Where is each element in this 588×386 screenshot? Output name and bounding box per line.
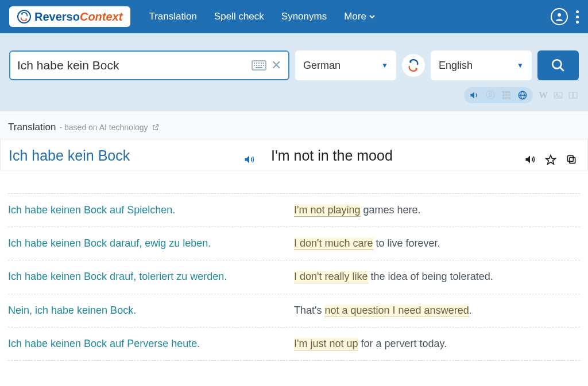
nav-translation[interactable]: Translation bbox=[149, 11, 196, 22]
globe-icon[interactable] bbox=[517, 89, 528, 101]
nav-more[interactable]: More bbox=[344, 11, 376, 22]
svg-rect-23 bbox=[505, 94, 508, 96]
svg-rect-27 bbox=[508, 97, 510, 99]
svg-rect-22 bbox=[502, 94, 505, 96]
image-icon[interactable] bbox=[552, 89, 564, 101]
svg-rect-26 bbox=[505, 97, 508, 99]
svg-rect-11 bbox=[258, 65, 260, 66]
examples-list: Ich habe keinen Bock auf Spielchen. I'm … bbox=[0, 170, 588, 361]
toolbar-pill: ⓢ bbox=[464, 87, 533, 103]
speaker-icon[interactable] bbox=[469, 89, 480, 101]
svg-marker-33 bbox=[546, 155, 556, 165]
translation-actions bbox=[524, 154, 577, 165]
example-source: Ich habe keinen Bock auf Spielchen. bbox=[8, 203, 294, 217]
book-icon[interactable] bbox=[567, 89, 579, 101]
nav-right bbox=[551, 8, 579, 25]
virtual-keyboard-icon[interactable] bbox=[252, 60, 266, 71]
svg-rect-5 bbox=[256, 63, 257, 64]
example-source: Nein, ich habe keinen Bock. bbox=[8, 303, 294, 318]
swap-languages-button[interactable] bbox=[402, 54, 425, 77]
example-row: Ich habe keinen Bock auf Spielchen. I'm … bbox=[8, 193, 580, 227]
svg-rect-20 bbox=[505, 91, 508, 93]
target-language-select[interactable]: English ▼ bbox=[431, 50, 532, 80]
svg-rect-12 bbox=[261, 65, 262, 66]
target-language-label: English bbox=[439, 60, 473, 72]
translation-source-text: Ich habe kein Bock bbox=[9, 147, 260, 164]
translation-card: Ich habe kein Bock I'm not in the mood bbox=[0, 139, 588, 170]
translation-source-col: Ich habe kein Bock bbox=[9, 147, 265, 164]
more-menu-icon[interactable] bbox=[576, 10, 579, 24]
svg-rect-34 bbox=[570, 158, 575, 163]
logo[interactable]: ReversoContext bbox=[9, 6, 130, 27]
source-language-label: German bbox=[303, 60, 341, 72]
example-row: Ich habe keinen Bock darauf, ewig zu leb… bbox=[8, 227, 580, 260]
search-panel: ✕ German ▼ English ▼ ⓢ W bbox=[0, 33, 588, 111]
logo-text: ReversoContext bbox=[34, 10, 122, 24]
svg-rect-7 bbox=[261, 63, 262, 64]
svg-rect-35 bbox=[567, 155, 573, 161]
chevron-down-icon: ▼ bbox=[381, 61, 388, 69]
translation-target-col: I'm not in the mood bbox=[265, 147, 579, 164]
svg-rect-21 bbox=[508, 91, 510, 93]
svg-rect-13 bbox=[263, 65, 264, 66]
svg-line-18 bbox=[560, 67, 564, 71]
example-row: Ich habe keinen Bock drauf, toleriert zu… bbox=[8, 260, 580, 293]
example-source: Ich habe keinen Bock drauf, toleriert zu… bbox=[8, 270, 294, 284]
clear-input-icon[interactable]: ✕ bbox=[271, 58, 281, 73]
speak-source-icon[interactable] bbox=[243, 154, 255, 165]
svg-rect-8 bbox=[263, 63, 264, 64]
user-icon[interactable] bbox=[551, 8, 568, 25]
svg-rect-4 bbox=[254, 63, 255, 64]
svg-rect-24 bbox=[508, 94, 510, 96]
example-target: That's not a question I need answered. bbox=[294, 303, 580, 318]
example-target: I don't much care to live forever. bbox=[294, 236, 580, 251]
external-link-icon[interactable] bbox=[152, 123, 160, 131]
grid-icon[interactable] bbox=[501, 89, 512, 101]
example-target: I don't really like the idea of being to… bbox=[294, 270, 580, 284]
top-navbar: ReversoContext Translation Spell check S… bbox=[0, 0, 588, 33]
translation-label: Translation bbox=[8, 122, 56, 133]
translation-section: Translation - based on AI technology Ich… bbox=[0, 111, 588, 170]
example-row: Nein, ich habe keinen Bock. That's not a… bbox=[8, 294, 580, 327]
translation-target-text: I'm not in the mood bbox=[271, 147, 522, 164]
search-input[interactable] bbox=[17, 59, 247, 72]
example-row: Ich habe keinen Bock auf Perverse heute.… bbox=[8, 327, 580, 361]
logo-icon bbox=[17, 10, 31, 24]
source-language-select[interactable]: German ▼ bbox=[295, 50, 396, 80]
svg-rect-9 bbox=[254, 65, 255, 66]
svg-rect-6 bbox=[258, 63, 260, 64]
svg-rect-25 bbox=[502, 97, 505, 99]
letter-s-icon[interactable]: ⓢ bbox=[485, 89, 496, 101]
svg-point-17 bbox=[552, 60, 561, 68]
svg-rect-14 bbox=[256, 67, 262, 68]
translation-subtitle: - based on AI technology bbox=[59, 123, 148, 132]
example-source: Ich habe keinen Bock auf Perverse heute. bbox=[8, 337, 294, 351]
wikipedia-icon[interactable]: W bbox=[537, 89, 549, 101]
svg-rect-19 bbox=[502, 91, 505, 93]
search-button[interactable] bbox=[537, 50, 579, 80]
copy-icon[interactable] bbox=[566, 154, 577, 165]
chevron-down-icon: ▼ bbox=[517, 61, 524, 69]
nav-spellcheck[interactable]: Spell check bbox=[214, 11, 264, 22]
svg-point-2 bbox=[558, 13, 561, 17]
example-target: I'm not playing games here. bbox=[294, 203, 580, 217]
search-input-container: ✕ bbox=[9, 50, 289, 80]
nav-links: Translation Spell check Synonyms More bbox=[149, 11, 376, 22]
favorite-star-icon[interactable] bbox=[545, 154, 556, 165]
speak-target-icon[interactable] bbox=[524, 154, 536, 165]
example-target: I'm just not up for a pervert today. bbox=[294, 337, 580, 351]
nav-synonyms[interactable]: Synonyms bbox=[281, 11, 327, 22]
svg-rect-10 bbox=[256, 65, 257, 66]
chevron-down-icon bbox=[369, 13, 376, 20]
example-source: Ich habe keinen Bock darauf, ewig zu leb… bbox=[8, 236, 294, 251]
